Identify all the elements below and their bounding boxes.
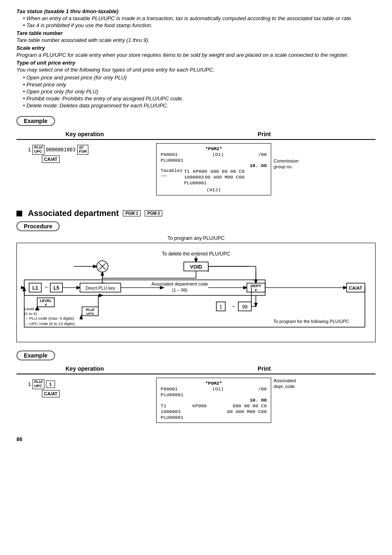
assoc-dept-title: Associated department <box>28 209 119 218</box>
plu00001-1: PLU00001 <box>161 158 267 163</box>
pgm1-badge: PGM 1 <box>123 210 141 216</box>
tax-bullet-1: • When an entry of a taxable PLU/UPC is … <box>23 15 376 21</box>
key-op-header-2: Key operation <box>16 364 153 374</box>
print2-line6: 1000003 00 A00 M00 C00 <box>161 409 267 414</box>
print-wrapper-1: *PGM2* P00001 (O1) /00 PLU00001 10. OO <box>156 142 372 197</box>
tax-status-header: Tax status (taxable 1 thru 4/non-taxable… <box>16 8 376 14</box>
taxable-annotation: Taxable1 —— <box>161 168 182 178</box>
example2-section: Example Key operation Print 1 PLU/UPC 1 <box>16 351 376 426</box>
example2-print-cell: *PGM2* P00001 (O1) /00 PLU00001 10. OO T… <box>153 374 376 426</box>
flow-diagram: To delete the entered PLU/UPC VOID L1 <box>16 243 376 342</box>
pgm2-label-2: *PGM2* <box>161 381 267 386</box>
tax-bullet-2: • Tax 4 is prohibited if you use the foo… <box>23 22 376 28</box>
o1: (O1) <box>212 152 224 157</box>
assoc-dept-note: Associateddept. code <box>274 378 296 390</box>
example2-key-op-cell: 1 PLU/UPC 1 CA/AT <box>16 374 153 426</box>
key-row-2a: 1 PLU/UPC 1 <box>28 379 55 389</box>
key-row-2b: CA/AT <box>42 390 60 397</box>
price-2: 10. OO <box>161 397 267 403</box>
plu-code-note: → PLU code (max. 5 digits) <box>24 316 74 320</box>
level-note2: (1 to 5) <box>24 311 37 316</box>
pgm2-label-1: *PGM2* <box>161 146 267 151</box>
unit-price-text: You may select one of the following four… <box>16 67 376 73</box>
level-note: Level no. <box>24 307 41 311</box>
example1-label: Example <box>16 116 55 126</box>
assoc-dept-range-label: (1 – 99) <box>172 288 187 293</box>
print-output-1: *PGM2* P00001 (O1) /00 PLU00001 10. OO <box>156 142 271 197</box>
caat-btn-2[interactable]: CA/AT <box>42 390 60 397</box>
p00001-2: P00001 <box>161 386 178 392</box>
taxable1-label: Taxable1 <box>161 168 182 173</box>
up-bullet-4: • Prohibit mode: Prohibits the entry of … <box>23 95 376 102</box>
example2-label: Example <box>16 351 55 360</box>
key-op-content: 1 PLU/UPC 0000001003 @/FOR CA/AT <box>20 142 150 164</box>
plu-upc-btn-1[interactable]: PLU/UPC <box>32 145 44 155</box>
print-output-2: *PGM2* P00001 (O1) /00 PLU00001 10. OO T… <box>156 376 271 425</box>
up-bullet-5: • Delete mode: Deletes data programmed f… <box>23 102 376 109</box>
step1-label: 1 <box>28 146 31 153</box>
caat-label-diag: CA/AT <box>349 286 362 290</box>
level-label: LEVEL <box>40 299 52 303</box>
level-hash: # <box>45 303 47 307</box>
print-box-2: *PGM2* P00001 (O1) /00 PLU00001 10. OO T… <box>156 378 271 423</box>
l1-label: L1 <box>32 285 38 291</box>
tilde2: ~ <box>232 303 235 310</box>
up-bullet-1: • Open price and preset price (for only … <box>23 74 376 81</box>
for-btn[interactable]: @/FOR <box>77 145 88 155</box>
pgm2-badge: PGM 2 <box>145 210 162 216</box>
price-1: 10. OO <box>161 163 267 168</box>
range99-label: 99 <box>242 304 248 310</box>
print-header-2: Print <box>153 364 376 374</box>
upc-code-note: → UPC code (6 to 13 digits) <box>24 321 75 326</box>
following-label: To program for the following PLU/UPC <box>273 319 349 324</box>
tare-text: Tare table number associated with scale … <box>16 37 376 43</box>
example2-table: Key operation Print 1 PLU/UPC 1 CA/AT <box>16 364 376 426</box>
hij-label: (HIJ) <box>161 187 267 193</box>
step1-label-2: 1 <box>28 381 31 387</box>
plu00001-2: PLU00001 <box>161 392 267 397</box>
assoc-dept-code-label: Associated department code <box>151 281 208 286</box>
example1-section: Example Key operation Print 1 PLU/UPC 00… <box>16 116 376 199</box>
black-square-icon <box>16 211 22 216</box>
dept-hash: # <box>255 288 257 292</box>
key-row-2: CA/AT <box>42 156 60 163</box>
plu-upc-label1: PLU/ <box>86 308 95 312</box>
p00001: P00001 <box>161 152 178 157</box>
delete-label: To delete the entered PLU/UPC <box>162 251 231 257</box>
up-bullet-3: • Open price only (for only PLU) <box>23 88 376 95</box>
plu00001-line: PLU00001 <box>184 180 244 186</box>
o1-2: (O1) <box>212 386 224 392</box>
up-bullet-2: • Preset price only <box>23 81 376 88</box>
commission-note: Commissiongroup no. <box>274 158 299 170</box>
plu00001-3: PLU00001 <box>161 415 267 420</box>
val-btn[interactable]: 1 <box>46 381 55 388</box>
taxable-lines: T1 KP000 G00 00 00 C0 1000003 00 A00 M00… <box>184 168 244 186</box>
print-line2: P00001 (O1) /00 <box>161 152 267 157</box>
associated-dept-section: Associated department PGM 1 PGM 2 Proced… <box>16 209 376 342</box>
unit-price-header: Type of unit price entry <box>16 60 376 66</box>
print-box-1: *PGM2* P00001 (O1) /00 PLU00001 10. OO <box>156 143 271 195</box>
direct-plu-label: Direct PLU key <box>85 286 115 290</box>
key-op-header: Key operation <box>16 129 153 139</box>
caat-btn-1[interactable]: CA/AT <box>42 156 60 163</box>
example1-key-op-cell: 1 PLU/UPC 0000001003 @/FOR CA/AT <box>16 139 153 199</box>
flow-diagram-svg: To delete the entered PLU/UPC VOID L1 <box>21 250 371 335</box>
plu-upc-btn-2[interactable]: PLU/UPC <box>32 379 44 389</box>
print-line6: 1000003 00 A00 M00 C00 <box>184 174 244 180</box>
scale-header: Scale entry <box>16 45 376 51</box>
print2-line5: T1 KP000 G00 00 00 C0 <box>161 403 267 409</box>
tare-header: Tare table number <box>16 30 376 36</box>
print-line5: T1 KP000 G00 00 00 C0 <box>184 169 244 174</box>
diagram-top-label: To program any PLU/UPC <box>16 235 376 241</box>
taxable-row: Taxable1 —— T1 KP000 G00 00 00 C0 <box>161 168 267 186</box>
procedure-label: Procedure <box>16 221 60 231</box>
plu-upc-label2: UPC <box>86 312 94 316</box>
key-row-1: 1 PLU/UPC 0000001003 @/FOR <box>28 145 88 155</box>
tilde1: ~ <box>44 284 48 290</box>
code-value: 0000001003 <box>46 147 76 153</box>
print-wrapper-2: *PGM2* P00001 (O1) /00 PLU00001 10. OO T… <box>156 376 372 425</box>
slash00: /00 <box>258 152 267 157</box>
section-header: Associated department PGM 1 PGM 2 <box>16 209 376 218</box>
print-header: Print <box>153 129 376 139</box>
page-number: 86 <box>16 436 376 442</box>
